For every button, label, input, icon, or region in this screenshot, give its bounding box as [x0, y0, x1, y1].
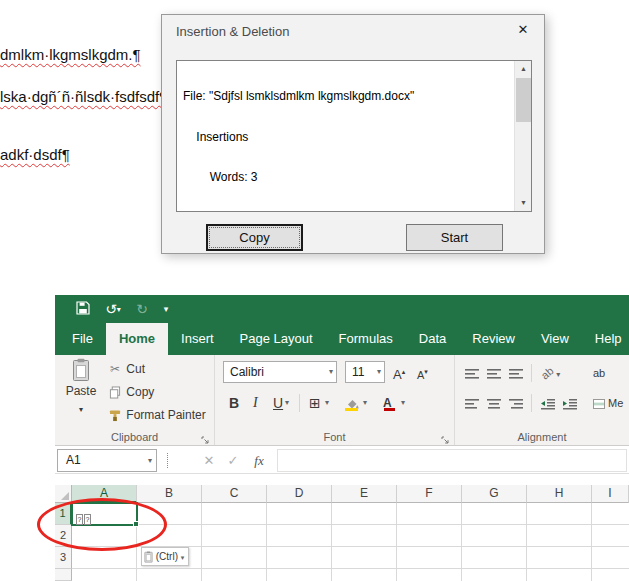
align-right-icon[interactable] [509, 394, 523, 412]
column-header-c[interactable]: C [202, 485, 267, 503]
cut-button[interactable]: ✂ Cut [107, 362, 145, 382]
merge-center-button[interactable]: Me [593, 394, 623, 412]
align-top-icon[interactable] [465, 364, 479, 382]
grow-font-glyph: A [393, 367, 402, 382]
column-header-d[interactable]: D [267, 485, 332, 503]
italic-button[interactable]: I [253, 391, 258, 415]
tab-review[interactable]: Review [459, 323, 528, 355]
orientation-button[interactable]: ab ▾ [541, 364, 560, 382]
chevron-down-icon: ▾ [117, 305, 121, 314]
vertical-scrollbar[interactable]: ▲ ▼ [514, 61, 531, 211]
close-icon[interactable]: ✕ [503, 16, 543, 44]
enter-icon[interactable]: ✓ [223, 447, 243, 474]
tab-page-layout[interactable]: Page Layout [227, 323, 326, 355]
paste-button[interactable]: Paste ▾ [62, 358, 100, 430]
word-text-line: dmlkm·lkgmslkgdm.¶ [0, 46, 141, 63]
excel-titlebar: ↺▾ ↻ ▾ [55, 295, 629, 323]
cell-a1-selected[interactable]: ?? [71, 502, 138, 526]
tab-file[interactable]: File [59, 323, 106, 355]
row-headers: 1 2 3 [55, 503, 72, 581]
ribbon-tab-bar: File Home Insert Page Layout Formulas Da… [55, 323, 629, 355]
insertion-deletion-dialog: Insertion & Deletion ✕ File: "Sdjfsl lsm… [161, 14, 545, 254]
tab-help[interactable]: Help [582, 323, 629, 355]
insert-function-icon[interactable]: fx [249, 447, 269, 474]
undo-icon[interactable]: ↺▾ [99, 295, 127, 323]
results-list-box[interactable]: File: "Sdjfsl lsmklsdmlkm lkgmslkgdm.doc… [176, 60, 532, 212]
copy-button[interactable]: Copy [206, 224, 303, 251]
copy-button-ribbon[interactable]: Copy [107, 385, 154, 405]
increase-indent-icon[interactable] [563, 394, 577, 412]
tab-view[interactable]: View [528, 323, 582, 355]
borders-button[interactable]: ⊞ [309, 391, 321, 415]
merge-label-partial: Me [608, 397, 623, 409]
increase-font-size-button[interactable]: A▴ [393, 361, 405, 383]
down-arrow-icon: ▾ [424, 368, 428, 375]
clipboard-icon [72, 358, 90, 382]
tab-insert[interactable]: Insert [168, 323, 227, 355]
borders-dropdown-icon[interactable]: ▾ [325, 391, 329, 415]
separator [531, 394, 532, 412]
cells-area[interactable] [72, 503, 629, 581]
paste-options-button[interactable]: (Ctrl) ▾ [141, 547, 189, 566]
align-bottom-icon[interactable] [509, 364, 523, 382]
underline-dropdown-icon[interactable]: ▾ [285, 391, 289, 415]
fill-color-button[interactable] [345, 391, 361, 415]
decrease-font-size-button[interactable]: A▾ [417, 361, 428, 383]
fill-color-dropdown-icon[interactable]: ▾ [363, 391, 367, 415]
word-text-line: adkf·dsdf¶ [0, 146, 70, 163]
bold-button[interactable]: B [229, 391, 239, 415]
align-left-icon[interactable] [465, 394, 479, 412]
scissors-icon: ✂ [107, 362, 123, 376]
formula-input[interactable] [277, 449, 627, 472]
column-header-g[interactable]: G [462, 485, 527, 503]
result-line: File: "Sdjfsl lsmklsdmlkm lkgmslkgdm.doc… [183, 90, 525, 104]
qat-customize-icon[interactable]: ▾ [157, 295, 175, 323]
column-header-f[interactable]: F [397, 485, 462, 503]
column-header-h[interactable]: H [527, 485, 592, 503]
row-header-3[interactable]: 3 [55, 547, 72, 569]
fill-color-bar [345, 408, 358, 411]
chevron-down-icon: ▾ [148, 450, 152, 471]
row-header-2[interactable]: 2 [55, 525, 72, 547]
tab-formulas[interactable]: Formulas [326, 323, 406, 355]
dialog-title: Insertion & Deletion [176, 24, 289, 39]
floppy-icon [76, 301, 90, 315]
row-header-1[interactable]: 1 [55, 503, 72, 525]
format-painter-label: Format Painter [126, 408, 205, 422]
cancel-icon[interactable]: ✕ [199, 447, 219, 474]
tab-home[interactable]: Home [106, 323, 168, 355]
scrollbar-thumb[interactable] [516, 78, 531, 122]
font-size-combobox[interactable]: 11 ▾ [345, 361, 385, 383]
font-name-value: Calibri [230, 365, 264, 379]
font-group: Calibri ▾ 11 ▾ A▴ A▾ B I U ▾ [215, 355, 455, 445]
ribbon: Paste ▾ ✂ Cut Copy [55, 355, 629, 446]
wrap-text-button[interactable]: ab [593, 364, 605, 382]
fill-handle[interactable] [133, 521, 139, 527]
column-header-i[interactable]: I [592, 485, 629, 503]
row-header-4-partial[interactable] [55, 569, 72, 581]
column-header-e[interactable]: E [332, 485, 397, 503]
tab-data[interactable]: Data [406, 323, 459, 355]
font-color-button[interactable]: A [383, 391, 397, 415]
name-box[interactable]: A1 ▾ [57, 449, 157, 472]
format-painter-button[interactable]: Format Painter [107, 408, 206, 428]
font-dialog-launcher-icon[interactable] [441, 431, 451, 441]
start-button[interactable]: Start [406, 224, 503, 251]
font-name-combobox[interactable]: Calibri ▾ [223, 361, 337, 383]
align-center-icon[interactable] [487, 394, 501, 412]
decrease-indent-icon[interactable] [541, 394, 555, 412]
formula-bar: A1 ▾ ✕ ✓ fx [55, 447, 629, 474]
scroll-up-icon[interactable]: ▲ [515, 61, 532, 77]
select-all-corner[interactable] [55, 485, 72, 503]
clipboard-group-label: Clipboard [55, 431, 214, 443]
underline-button[interactable]: U [273, 391, 283, 415]
column-header-a[interactable]: A [72, 485, 137, 503]
save-icon[interactable] [71, 295, 95, 323]
redo-icon[interactable]: ↻ [131, 295, 153, 323]
font-color-dropdown-icon[interactable]: ▾ [401, 391, 405, 415]
scroll-down-icon[interactable]: ▼ [515, 195, 532, 211]
align-middle-icon[interactable] [487, 364, 501, 382]
result-line: Insertions [183, 131, 525, 145]
column-header-b[interactable]: B [137, 485, 202, 503]
clipboard-dialog-launcher-icon[interactable] [201, 431, 211, 441]
